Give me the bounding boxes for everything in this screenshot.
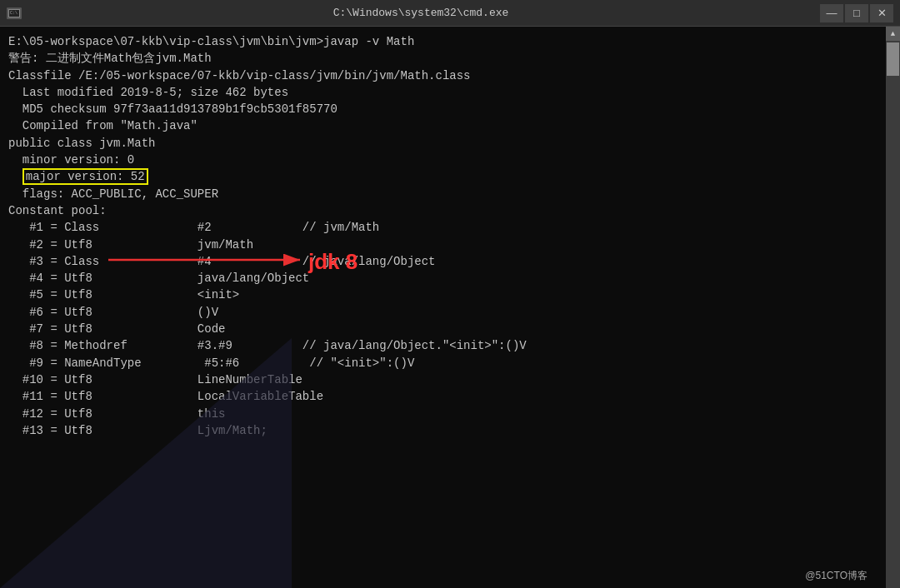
terminal-line-6: Compiled from "Math.java" [8,117,878,134]
terminal-line-8: minor version: 0 [8,152,878,168]
window-title: C:\Windows\system32\cmd.exe [22,7,820,19]
terminal-line-18: #7 = Utf8 Code [8,321,878,337]
terminal-line-1: E:\05-workspace\07-kkb\vip-class\jvm\bin… [8,33,878,50]
terminal-line-14: #3 = Class #4 // java/lang/Object [8,253,878,270]
terminal-line-5: MD5 checksum 97f73aa11d913789b1f9cb5301f… [8,101,878,117]
terminal-line-7: public class jvm.Math [8,135,878,152]
terminal-line-13: #2 = Utf8 jvm/Math [8,237,878,253]
terminal-line-24: #13 = Utf8 Ljvm/Math; [8,422,878,439]
titlebar-left [7,7,22,19]
titlebar: C:\Windows\system32\cmd.exe — □ ✕ [0,0,900,27]
close-button[interactable]: ✕ [870,4,893,22]
terminal-line-20: #9 = NameAndType #5:#6 // "<init>":()V [8,355,878,371]
terminal-line-11: Constant pool: [8,202,878,219]
terminal-line-9: major version: 52 [8,168,878,185]
terminal-line-12: #1 = Class #2 // jvm/Math [8,219,878,236]
minimize-button[interactable]: — [820,4,843,22]
terminal-line-10: flags: ACC_PUBLIC, ACC_SUPER [8,186,878,202]
app-icon [7,7,22,19]
terminal-line-4: Last modified 2019-8-5; size 462 bytes [8,84,878,101]
scroll-up-arrow[interactable]: ▲ [886,27,900,41]
terminal-line-17: #6 = Utf8 ()V [8,304,878,321]
restore-button[interactable]: □ [845,4,868,22]
terminal-line-21: #10 = Utf8 LineNumberTable [8,371,878,388]
terminal[interactable]: E:\05-workspace\07-kkb\vip-class\jvm\bin… [0,27,886,588]
window-controls[interactable]: — □ ✕ [820,4,893,22]
terminal-line-23: #12 = Utf8 this [8,406,878,422]
scrollbar[interactable]: ▲ [886,27,900,588]
scroll-thumb[interactable] [887,42,899,76]
terminal-line-22: #11 = Utf8 LocalVariableTable [8,388,878,405]
major-version-highlight: major version: 52 [22,168,148,185]
main-content: E:\05-workspace\07-kkb\vip-class\jvm\bin… [0,27,900,588]
terminal-line-15: #4 = Utf8 java/lang/Object [8,270,878,287]
terminal-line-19: #8 = Methodref #3.#9 // java/lang/Object… [8,337,878,354]
watermark: @51CTO博客 [805,569,868,583]
terminal-line-3: Classfile /E:/05-workspace/07-kkb/vip-cl… [8,67,878,84]
terminal-line-16: #5 = Utf8 <init> [8,287,878,303]
terminal-line-2: 警告: 二进制文件Math包含jvm.Math [8,50,878,67]
